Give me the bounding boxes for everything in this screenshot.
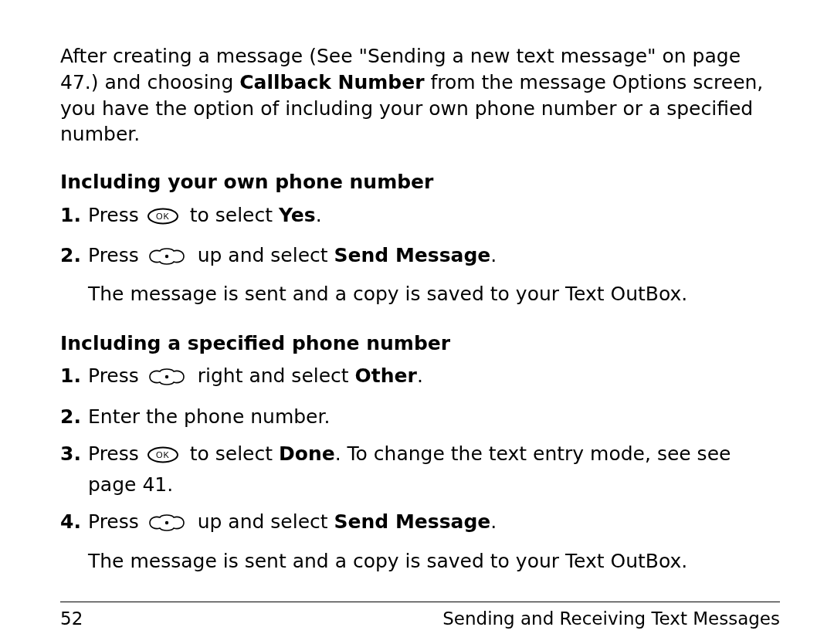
step-number: 2. — [60, 403, 88, 431]
step-own-2: 2. Press up and select Send Message. The… — [60, 242, 780, 309]
intro-bold-callback: Callback Number — [239, 71, 424, 93]
svg-point-6 — [165, 521, 168, 524]
manual-page: After creating a message (See "Sending a… — [0, 0, 834, 644]
svg-text:OK: OK — [156, 212, 170, 221]
step-text: . — [417, 364, 423, 387]
steps-own-number: 1. Press OK to select Yes. 2. Press — [60, 202, 780, 309]
page-number: 52 — [60, 608, 83, 629]
heading-specified-number: Including a specified phone number — [60, 330, 780, 357]
step-text: Press — [88, 364, 145, 387]
intro-paragraph: After creating a message (See "Sending a… — [60, 43, 780, 147]
step-text: right and select — [198, 364, 355, 387]
step-continuation: The message is sent and a copy is saved … — [88, 547, 780, 575]
nav-key-icon — [147, 511, 187, 539]
step-spec-3: 3. Press OK to select Done. To change th… — [60, 440, 780, 500]
step-body: Press up and select Send Message. The me… — [88, 242, 780, 309]
steps-specified-number: 1. Press right and select Other. — [60, 362, 780, 575]
step-text: to select — [190, 204, 279, 226]
step-text: Press — [88, 442, 145, 465]
step-own-1: 1. Press OK to select Yes. — [60, 202, 780, 232]
nav-key-icon — [147, 245, 187, 273]
page-body: After creating a message (See "Sending a… — [60, 43, 780, 597]
step-number: 3. — [60, 440, 88, 468]
step-bold-send: Send Message — [334, 244, 491, 266]
ok-button-icon: OK — [147, 205, 179, 232]
step-text: Press — [88, 204, 145, 226]
step-number: 1. — [60, 362, 88, 390]
step-text: . — [490, 510, 497, 533]
step-body: Press OK to select Done. To change the t… — [88, 440, 780, 500]
svg-point-2 — [165, 255, 168, 258]
step-body: Press OK to select Yes. — [88, 202, 780, 232]
step-text: Press — [88, 244, 145, 266]
ok-button-icon: OK — [147, 443, 179, 471]
nav-key-icon — [147, 365, 187, 393]
step-body: Enter the phone number. — [88, 403, 780, 431]
step-text: . — [490, 244, 497, 266]
step-number: 2. — [60, 242, 88, 269]
step-text: . To change the text entry mode, see see… — [88, 442, 731, 496]
step-text: . — [316, 204, 322, 226]
step-number: 4. — [60, 508, 88, 536]
step-bold-yes: Yes — [279, 204, 316, 226]
step-bold-send: Send Message — [334, 510, 491, 533]
step-spec-2: 2. Enter the phone number. — [60, 403, 780, 431]
step-text: Press — [88, 510, 145, 533]
step-text: up and select — [198, 244, 334, 266]
step-number: 1. — [60, 202, 88, 229]
step-bold-other: Other — [355, 364, 417, 387]
step-text: up and select — [198, 510, 334, 533]
step-spec-1: 1. Press right and select Other. — [60, 362, 780, 393]
step-text: Enter the phone number. — [88, 403, 780, 431]
heading-own-number: Including your own phone number — [60, 169, 780, 195]
page-footer: 52 Sending and Receiving Text Messages — [60, 602, 780, 629]
footer-title: Sending and Receiving Text Messages — [442, 608, 780, 629]
step-body: Press right and select Other. — [88, 362, 780, 393]
step-body: Press up and select Send Message. The me… — [88, 508, 780, 575]
step-text: to select — [190, 442, 279, 465]
step-continuation: The message is sent and a copy is saved … — [88, 280, 780, 308]
svg-text:OK: OK — [156, 450, 170, 459]
step-bold-done: Done — [279, 442, 335, 465]
svg-point-3 — [165, 375, 168, 378]
step-spec-4: 4. Press up and select Send Message. The… — [60, 508, 780, 575]
